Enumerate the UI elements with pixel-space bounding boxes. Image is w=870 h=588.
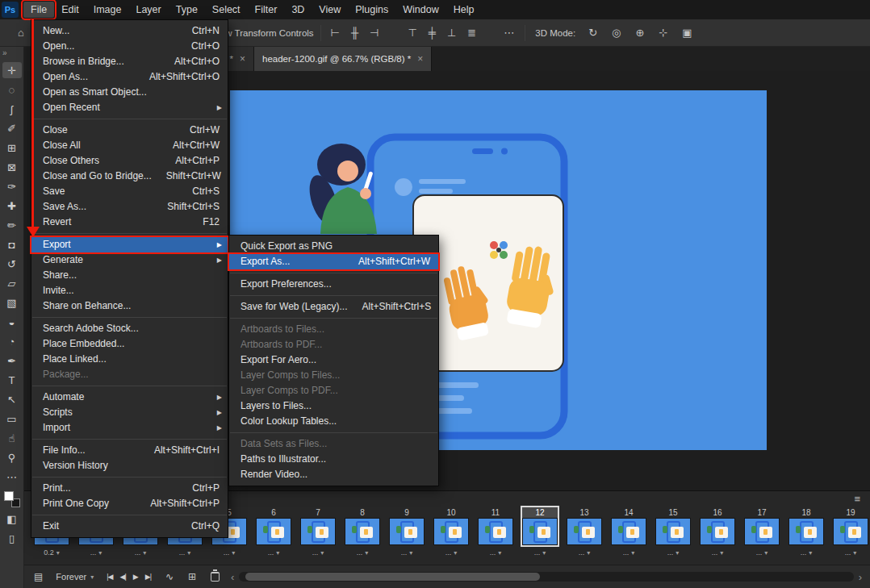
3d-roll-icon[interactable]: ◎ [609,25,624,40]
file-menu-item-place-linked[interactable]: Place Linked... [31,352,228,367]
menubar-item-select[interactable]: Select [205,2,248,18]
file-menu-item-file-info[interactable]: File Info...Alt+Shift+Ctrl+I [31,443,228,458]
menubar-item-layer[interactable]: Layer [128,2,168,18]
file-menu-item-revert[interactable]: RevertF12 [31,215,228,230]
rectangle-tool[interactable]: ▭ [2,411,22,427]
timeline-frame-8[interactable]: 8...▾ [345,507,380,559]
timeline-frame-13[interactable]: 13...▾ [567,507,602,559]
eyedropper-tool[interactable]: ✑ [2,178,22,194]
timeline-frame-14[interactable]: 14...▾ [611,507,646,559]
file-menu-item-save[interactable]: SaveCtrl+S [31,184,228,199]
timeline-scrollbar[interactable] [239,572,853,582]
scroll-left-icon[interactable]: ‹ [228,571,237,583]
file-menu-item-place-embedded[interactable]: Place Embedded... [31,336,228,352]
timeline-frame-19[interactable]: 19...▾ [833,507,868,559]
file-menu-item-open-as[interactable]: Open As...Alt+Shift+Ctrl+O [31,69,228,85]
export-menu-item-layers-to-files[interactable]: Layers to Files... [229,398,438,414]
3d-slide-icon[interactable]: ⊹ [655,25,671,40]
path-selection-tool[interactable]: ↖ [2,391,22,407]
frame-tool[interactable]: ⊠ [2,159,22,175]
timeline-frame-9[interactable]: 9...▾ [389,507,425,559]
file-menu-item-exit[interactable]: ExitCtrl+Q [31,519,228,534]
timeline-frame-11[interactable]: 11...▾ [478,507,513,559]
foreground-color-swatch[interactable] [4,491,14,501]
file-menu-item-close-others[interactable]: Close OthersAlt+Ctrl+P [31,153,228,169]
more-options-icon[interactable]: ⋯ [500,25,518,40]
distribute-spacing-icon[interactable]: ≣ [464,25,479,40]
file-menu-item-automate[interactable]: Automate▶ [31,390,228,405]
export-menu-item-save-for-web-legacy[interactable]: Save for Web (Legacy)...Alt+Shift+Ctrl+S [229,299,438,315]
frame-delay-dropdown[interactable]: ...▾ [345,546,380,559]
edit-toolbar-icon[interactable]: ⋯ [2,469,22,485]
hand-tool[interactable]: ☝ [2,430,22,446]
loop-count-dropdown[interactable]: Forever ▾ [56,572,94,582]
menubar-item-3d[interactable]: 3D [284,2,312,18]
panel-menu-icon[interactable]: ≡ [854,493,860,505]
align-vertical-centers-icon[interactable]: ╪ [425,25,439,40]
move-tool[interactable]: ✛ [2,62,22,78]
timeline-frame-17[interactable]: 17...▾ [744,507,780,559]
timeline-frame-7[interactable]: 7...▾ [300,507,336,559]
align-left-edges-icon[interactable]: ⊢ [328,25,343,40]
export-menu-item-render-video[interactable]: Render Video... [229,467,438,482]
dodge-tool[interactable]: ◔ [2,333,22,349]
frame-delay-dropdown[interactable]: ...▾ [211,546,247,559]
crop-tool[interactable]: ⊞ [2,140,22,156]
file-menu-item-version-history[interactable]: Version History [31,458,228,473]
marquee-tool[interactable]: ◌ [2,81,22,98]
file-menu-item-open[interactable]: Open...Ctrl+O [31,39,228,54]
align-bottom-edges-icon[interactable]: ⊥ [444,25,459,40]
export-menu-item-quick-export-as-png[interactable]: Quick Export as PNG [229,239,438,254]
first-frame-button[interactable]: |◀ [107,573,112,581]
file-menu-item-close-and-go-to-bridge[interactable]: Close and Go to Bridge...Shift+Ctrl+W [31,169,228,184]
object-selection-tool[interactable]: ✐ [2,120,22,136]
file-menu-item-save-as[interactable]: Save As...Shift+Ctrl+S [31,199,228,215]
menubar-item-view[interactable]: View [312,2,348,18]
file-menu-item-search-adobe-stock[interactable]: Search Adobe Stock... [31,321,228,336]
duplicate-frame-button[interactable]: ⊞ [185,571,199,582]
align-horizontal-centers-icon[interactable]: ╫ [348,25,362,40]
export-menu-item-color-lookup-tables[interactable]: Color Lookup Tables... [229,414,438,429]
close-tab-icon[interactable]: × [240,53,245,65]
clone-stamp-tool[interactable]: ◘ [2,236,22,252]
3d-orbit-icon[interactable]: ↻ [585,25,600,40]
frame-delay-dropdown[interactable]: ...▾ [123,546,158,559]
scrollbar-thumb[interactable] [245,573,540,581]
frame-delay-dropdown[interactable]: ...▾ [78,546,114,559]
frame-delay-dropdown[interactable]: ...▾ [256,546,291,559]
color-swatches[interactable] [4,491,20,507]
file-menu-item-browse-in-bridge[interactable]: Browse in Bridge...Alt+Ctrl+O [31,54,228,69]
frame-delay-dropdown[interactable]: ...▾ [611,546,646,559]
quick-mask-tool[interactable]: ◧ [2,511,22,527]
zoom-tool[interactable]: ⚲ [2,449,22,465]
menubar-item-window[interactable]: Window [395,2,445,18]
frame-delay-dropdown[interactable]: 0.2▾ [34,546,69,559]
export-menu-item-export-for-aero[interactable]: Export For Aero... [229,352,438,368]
frame-delay-dropdown[interactable]: ...▾ [833,546,868,559]
timeline-frame-18[interactable]: 18...▾ [788,507,824,559]
export-menu-item-paths-to-illustrator[interactable]: Paths to Illustrator... [229,452,438,467]
align-right-edges-icon[interactable]: ⊣ [366,25,382,40]
photoshop-logo[interactable]: Ps [2,2,19,18]
frame-delay-dropdown[interactable]: ...▾ [389,546,425,559]
timeline-frame-6[interactable]: 6...▾ [256,507,291,559]
menubar-item-plugins[interactable]: Plugins [348,2,395,18]
timeline-frame-15[interactable]: 15...▾ [655,507,691,559]
frame-delay-dropdown[interactable]: ...▾ [433,546,469,559]
close-tab-icon[interactable]: × [417,53,423,65]
screen-mode-tool[interactable]: ▯ [2,530,22,546]
scroll-right-icon[interactable]: › [855,571,865,583]
frame-delay-dropdown[interactable]: ...▾ [700,546,735,559]
export-menu-item-export-preferences[interactable]: Export Preferences... [229,277,438,292]
file-menu-item-open-as-smart-object[interactable]: Open as Smart Object... [31,85,228,100]
gradient-tool[interactable]: ▧ [2,294,22,311]
frame-delay-dropdown[interactable]: ...▾ [744,546,780,559]
play-button[interactable]: ▶ [133,573,138,581]
type-tool[interactable]: T [2,372,22,388]
3d-pan-icon[interactable]: ⊕ [632,25,647,40]
healing-brush-tool[interactable]: ✚ [2,198,22,214]
frame-delay-dropdown[interactable]: ...▾ [300,546,336,559]
eraser-tool[interactable]: ▱ [2,275,22,291]
timeline-options-icon[interactable]: ▤ [31,571,46,582]
frame-delay-dropdown[interactable]: ...▾ [167,546,203,559]
